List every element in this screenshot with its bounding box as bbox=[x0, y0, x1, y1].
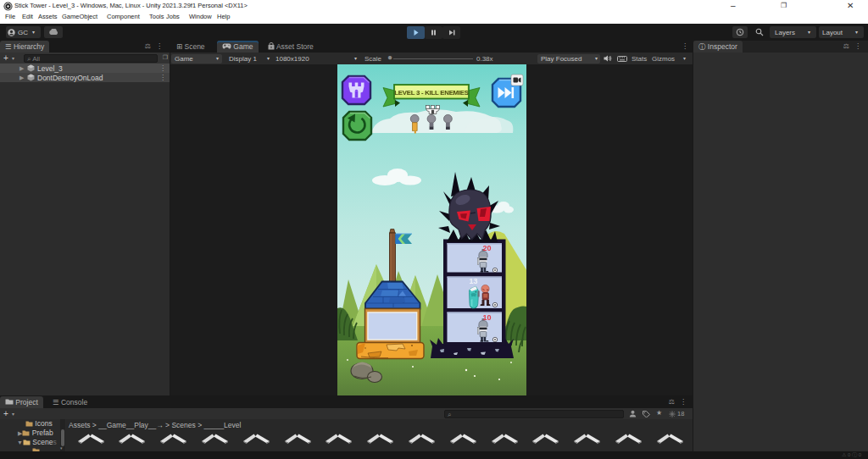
svg-text:20: 20 bbox=[482, 244, 491, 252]
svg-text:13: 13 bbox=[469, 277, 477, 285]
svg-text:10: 10 bbox=[482, 313, 491, 322]
svg-text:LEVEL 3 - KILL ENEMIES: LEVEL 3 - KILL ENEMIES bbox=[394, 89, 468, 97]
